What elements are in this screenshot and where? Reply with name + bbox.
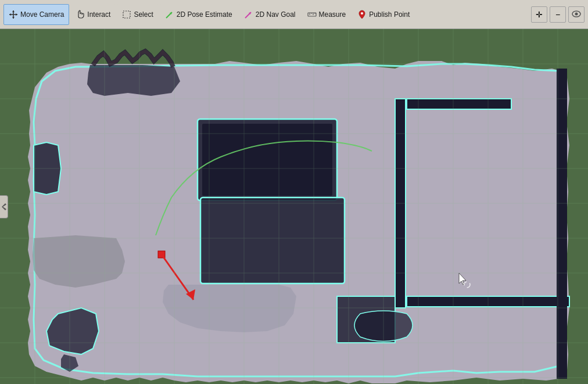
svg-rect-29 [557,69,567,379]
interact-icon [76,10,85,19]
map-view [0,29,588,384]
svg-rect-6 [123,11,130,18]
svg-marker-4 [9,13,11,16]
svg-rect-25 [407,99,511,109]
move-camera-icon [9,10,18,19]
svg-marker-5 [16,13,17,16]
select-icon [122,10,131,19]
pose-estimate-icon [165,10,174,19]
interact-button[interactable]: Interact [70,4,116,25]
add-icon: ✛ [536,10,543,19]
nav-goal-icon [244,10,253,19]
publish-point-button[interactable]: Publish Point [352,4,415,25]
svg-rect-21 [202,124,332,196]
toolbar: Move Camera Interact Select 2D Pose Es [0,0,588,29]
svg-marker-3 [12,17,15,19]
eye-icon [572,10,581,19]
move-camera-button[interactable]: Move Camera [3,4,69,25]
minus-icon: − [555,10,560,19]
svg-marker-2 [12,10,15,12]
interact-label: Interact [87,10,110,19]
measure-label: Measure [319,10,346,19]
select-label: Select [134,10,153,19]
sidebar-toggle[interactable] [0,195,8,218]
select-button[interactable]: Select [117,4,158,25]
toolbar-right-buttons: ✛ − [531,6,585,23]
nav-goal-button[interactable]: 2D Nav Goal [239,4,301,25]
measure-button[interactable]: Measure [302,4,352,25]
add-button[interactable]: ✛ [531,6,547,23]
measure-icon [307,10,317,19]
map-container[interactable] [0,29,588,384]
svg-point-18 [575,12,578,15]
publish-point-label: Publish Point [369,10,410,19]
nav-goal-label: 2D Nav Goal [256,10,296,19]
move-camera-label: Move Camera [20,10,64,19]
svg-marker-65 [2,203,6,210]
svg-point-16 [361,12,363,15]
svg-rect-30 [200,198,345,283]
sidebar-arrow-icon [2,203,6,210]
eye-button[interactable] [568,6,585,23]
pose-estimate-button[interactable]: 2D Pose Estimate [160,4,238,25]
publish-point-icon [357,10,367,19]
pose-estimate-label: 2D Pose Estimate [177,10,232,19]
minus-button[interactable]: − [550,6,566,23]
